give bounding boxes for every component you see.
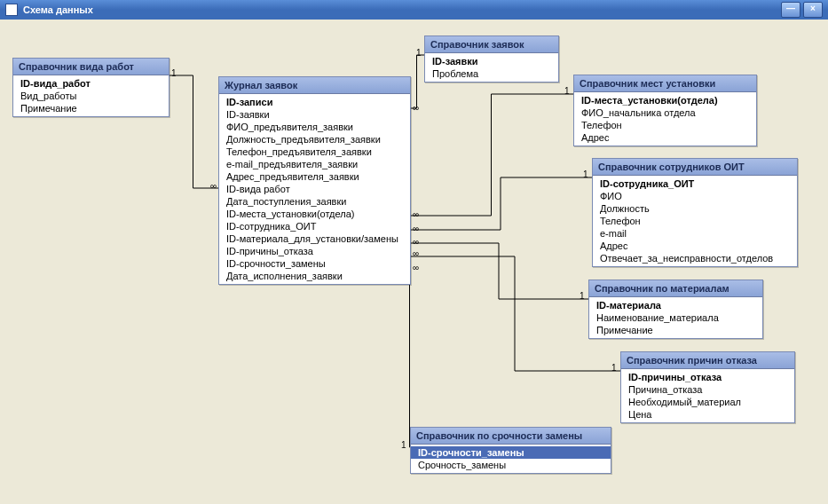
field[interactable]: ФИО [593,190,797,202]
window-buttons: — × [781,2,823,18]
entity-header[interactable]: Справочник причин отказа [621,352,794,369]
entity-sroch[interactable]: Справочник по срочности заменыID-срочнос… [410,427,611,474]
entity-mater[interactable]: Справочник по материаламID-материалаНаим… [588,280,763,339]
field-list: ID-срочности_заменыСрочность_замены [411,445,611,473]
field[interactable]: ID-сотрудника_ОИТ [593,177,797,190]
field-list: ID-заявкиПроблема [425,53,558,82]
app-icon [5,4,18,16]
minimize-button[interactable]: — [781,2,800,18]
cardinality-label: ∞ [413,238,419,247]
entity-header[interactable]: Справочник мест установки [574,75,756,92]
entity-header[interactable]: Справочник сотрудников ОИТ [593,159,797,176]
field[interactable]: Адрес_предъявителя_заявки [219,170,410,183]
field[interactable]: Примечание [589,324,762,336]
field[interactable]: ID-записи [219,96,410,108]
field[interactable]: ID-причины_отказа [621,371,794,383]
entity-header[interactable]: Справочник по материалам [589,280,762,297]
field[interactable]: ID-заявки [219,108,410,121]
app-window: Схема данных — × Справочник вида работID… [0,0,828,504]
titlebar[interactable]: Схема данных — × [0,0,828,20]
field[interactable]: Телефон_предъявителя_заявки [219,146,410,158]
field[interactable]: Должность_предъявителя_заявки [219,133,410,146]
entity-mest[interactable]: Справочник мест установкиID-места_устано… [573,75,757,146]
field[interactable]: ID-заявки [425,55,558,67]
field[interactable]: e-mail [593,227,797,240]
field[interactable]: ID-вида_работ [13,77,169,90]
field[interactable]: Телефон [574,119,756,131]
entity-sotr[interactable]: Справочник сотрудников ОИТID-сотрудника_… [592,158,798,267]
cardinality-label: ∞ [413,249,419,258]
field[interactable]: Необходимый_материал [621,396,794,408]
field[interactable]: Примечание [13,102,169,114]
field[interactable]: ID-причины_отказа [219,245,410,257]
field-list: ID-причины_отказаПричина_отказаНеобходим… [621,369,794,422]
field[interactable]: ID-срочности_замены [219,257,410,270]
field[interactable]: ФИО_предъявителя_заявки [219,121,410,133]
cardinality-label: 1 [583,170,588,179]
field[interactable]: e-mail_предъявителя_заявки [219,158,410,170]
field[interactable]: Дата_исполнения_заявки [219,270,410,282]
cardinality-label: ∞ [413,224,419,233]
field[interactable]: Адрес [593,240,797,252]
field-list: ID-вида_работВид_работыПримечание [13,75,169,116]
field-list: ID-материалаНаименование_материалаПримеч… [589,297,762,338]
entity-header[interactable]: Справочник вида работ [13,59,169,75]
entity-header[interactable]: Журнал заявок [219,77,410,94]
field[interactable]: ID-вида работ [219,183,410,195]
entity-journal[interactable]: Журнал заявокID-записиID-заявкиФИО_предъ… [218,76,411,285]
field[interactable]: Наименование_материала [589,311,762,324]
cardinality-label: ∞ [413,264,419,272]
cardinality-label: 1 [401,441,406,450]
cardinality-label: ∞ [413,210,419,219]
cardinality-label: 1 [580,292,585,301]
field[interactable]: ID-сотрудника_ОИТ [219,220,410,232]
field[interactable]: Причина_отказа [621,383,794,396]
close-button[interactable]: × [803,2,823,18]
field[interactable]: Адрес [574,131,756,144]
field-list: ID-сотрудника_ОИТФИОДолжностьТелефонe-ma… [593,176,797,266]
entity-vida_rabot[interactable]: Справочник вида работID-вида_работВид_ра… [12,58,170,117]
field[interactable]: Цена [621,408,794,421]
entity-zayavok_ref[interactable]: Справочник заявокID-заявкиПроблема [424,35,559,83]
field[interactable]: ID-места_установки(отдела) [219,208,410,220]
field[interactable]: Должность [593,202,797,215]
entity-prichin[interactable]: Справочник причин отказаID-причины_отказ… [620,351,795,423]
field[interactable]: Телефон [593,215,797,227]
field[interactable]: Отвечает_за_неисправности_отделов [593,252,797,264]
field[interactable]: Дата_поступления_заявки [219,195,410,208]
field-list: ID-записиID-заявкиФИО_предъявителя_заявк… [219,94,410,284]
field[interactable]: ID-материала_для_установки/замены [219,232,410,245]
field[interactable]: Срочность_замены [411,459,611,471]
entity-header[interactable]: Справочник по срочности замены [411,428,611,445]
diagram-canvas[interactable]: Справочник вида работID-вида_работВид_ра… [0,20,828,504]
cardinality-label: 1 [171,69,177,78]
field[interactable]: Проблема [425,67,558,80]
field[interactable]: Вид_работы [13,90,169,102]
entity-header[interactable]: Справочник заявок [425,36,558,53]
field[interactable]: ФИО_начальника отдела [574,106,756,119]
field[interactable]: ID-места_установки(отдела) [574,94,756,106]
cardinality-label: ∞ [413,104,419,113]
cardinality-label: 1 [564,87,570,96]
cardinality-label: 1 [611,364,617,373]
field[interactable]: ID-материала [589,299,762,311]
field[interactable]: ID-срочности_замены [411,446,611,459]
field-list: ID-места_установки(отдела)ФИО_начальника… [574,92,756,146]
cardinality-label: 1 [416,49,422,58]
cardinality-label: ∞ [210,182,217,191]
window-title: Схема данных [23,0,93,20]
